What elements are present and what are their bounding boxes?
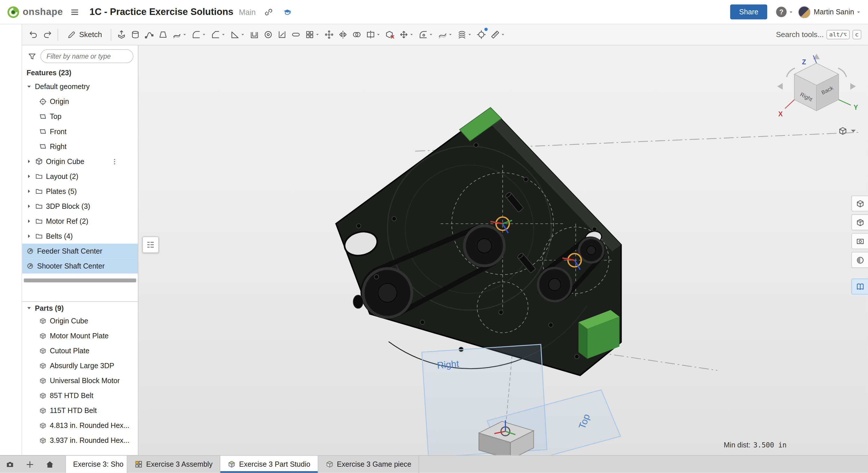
status-action-measure-diameter[interactable] [829,437,844,452]
topbar-action-app-store[interactable] [689,5,704,19]
strip-button-outline[interactable] [3,29,19,44]
filter-icon[interactable] [27,51,38,62]
feature-row-belts-4[interactable]: Belts (4) [22,229,138,243]
part-row-universal-block-motor[interactable]: Universal Block Motor [22,373,138,388]
tab-exercise-3-part-studio[interactable]: Exercise 3 Part Studio [220,456,318,473]
side-button-learning-panel[interactable] [851,278,868,295]
caret-collapsed-icon[interactable] [26,203,32,209]
tool-rib[interactable] [275,26,289,43]
header-action-suppress[interactable] [98,67,108,78]
tool-thicken[interactable] [170,26,189,43]
help-button[interactable]: ? [776,7,794,17]
education-icon[interactable] [280,5,294,19]
workspace-label[interactable]: Main [239,7,256,17]
redo-button[interactable] [40,26,54,43]
status-action-mass-properties[interactable] [848,437,863,452]
side-button-pmi-view[interactable] [851,196,868,212]
part-row-absurdly-large-3dp[interactable]: Absurdly Large 3DP [22,358,138,373]
strip-button-search[interactable] [3,131,19,147]
part-row-115t-htd-belt[interactable]: 115T HTD Belt [22,403,138,418]
main-menu-icon[interactable] [67,5,82,19]
part-row-motor-mount-plate[interactable]: Motor Mount Plate [22,328,138,343]
tool-delete-part[interactable] [383,26,397,43]
caret-collapsed-icon[interactable] [26,233,32,239]
part-row-cutout-plate[interactable]: Cutout Plate [22,343,138,358]
feature-row-top[interactable]: Top [22,109,138,124]
strip-button-history[interactable] [3,111,19,126]
status-action-variables[interactable] [792,437,806,452]
tool-helix[interactable] [455,26,474,43]
sketch-button[interactable]: Sketch [61,26,108,43]
side-button-display-options[interactable] [851,252,868,268]
tool-surface[interactable] [436,26,455,43]
caret-collapsed-icon[interactable] [26,158,32,164]
tool-chamfer[interactable] [209,26,228,43]
home-button[interactable] [40,456,60,473]
tool-measure[interactable] [488,26,508,43]
tool-modify-fillet[interactable] [416,26,436,43]
strip-button-document[interactable] [3,90,19,106]
tool-shell[interactable] [248,26,261,43]
feature-row-3dp-block-3[interactable]: 3DP Block (3) [22,199,138,214]
tool-fillet[interactable] [189,26,209,43]
feature-row-front[interactable]: Front [22,124,138,139]
rollback-bar[interactable] [24,278,136,282]
tool-split[interactable] [364,26,383,43]
feature-row-motor-ref-2[interactable]: Motor Ref (2) [22,214,138,229]
feature-row-shooter-shaft-center[interactable]: Shooter Shaft Center [22,259,138,273]
feature-row-right[interactable]: Right [22,139,138,154]
copy-link-icon[interactable] [261,5,276,19]
caret-collapsed-icon[interactable] [26,173,32,179]
screenshot-icon[interactable] [0,456,20,473]
share-button[interactable]: Share [731,4,768,19]
feature-row-origin-cube[interactable]: Origin Cube [22,154,138,169]
topbar-action-featurescript[interactable] [636,5,651,19]
tab-exercise-3-assembly[interactable]: Exercise 3 Assembly [127,456,220,473]
feature-row-feeder-shaft-center[interactable]: Feeder Shaft Center [22,243,138,259]
new-tab-button[interactable] [20,456,40,473]
undo-button[interactable] [27,26,40,43]
strip-button-collaboration[interactable] [3,50,19,65]
caret-expanded-icon[interactable] [26,84,32,90]
feature-row-default-geometry[interactable]: Default geometry [22,79,138,94]
feature-row-plates-5[interactable]: Plates (5) [22,184,138,199]
feature-row-layout-2[interactable]: Layout (2) [22,169,138,184]
side-button-named-views[interactable] [851,233,868,249]
user-menu[interactable]: Martin Sanin [798,6,861,18]
tool-mirror[interactable] [336,26,350,43]
topbar-action-release-notes[interactable] [672,5,686,19]
onshape-logo[interactable]: onshape [7,5,63,19]
tool-boolean[interactable] [350,26,364,43]
tab-exercise-3-game-piece[interactable]: Exercise 3 Game piece [318,456,419,473]
caret-collapsed-icon[interactable] [26,188,32,194]
tool-draft[interactable] [228,26,248,43]
search-tools[interactable]: Search tools... alt/⌥ c [776,30,863,39]
tool-loft[interactable] [156,26,170,43]
view-cube[interactable]: Right Back Z [777,54,858,118]
tool-transform[interactable] [397,26,416,43]
tab-exercise-3-sho[interactable]: Exercise 3: Sho [65,456,127,473]
topbar-action-notifications[interactable] [654,5,668,19]
part-row-3-937-in-rounded-hex[interactable]: 3.937 in. Rounded Hex... [22,433,138,448]
header-action-create-folder[interactable] [84,67,94,78]
side-button-section-view[interactable] [851,214,868,230]
view-options-button[interactable] [838,126,858,136]
tool-linear-pattern[interactable] [303,26,322,43]
search-tools-label[interactable]: Search tools... [776,30,824,39]
feature-row-origin[interactable]: Origin [22,94,138,109]
tool-sweep[interactable] [143,26,156,43]
tool-slot[interactable] [289,26,303,43]
status-action-measure-length[interactable] [810,437,825,452]
tool-mate-connector-tool[interactable] [475,26,488,43]
parts-header[interactable]: Parts (9) [22,302,138,313]
part-row-origin-cube[interactable]: Origin Cube [22,313,138,328]
part-row-4-813-in-rounded-hex[interactable]: 4.813 in. Rounded Hex... [22,418,138,433]
strip-button-tables[interactable] [3,152,19,167]
topbar-action-help-center[interactable] [707,5,721,19]
feature-list-flyout-button[interactable] [142,236,159,253]
part-row-85t-htd-belt[interactable]: 85T HTD Belt [22,388,138,403]
tool-extrude[interactable] [115,26,129,43]
caret-down-icon[interactable] [26,305,32,311]
tool-hole[interactable] [261,26,275,43]
part-body[interactable] [336,108,621,375]
